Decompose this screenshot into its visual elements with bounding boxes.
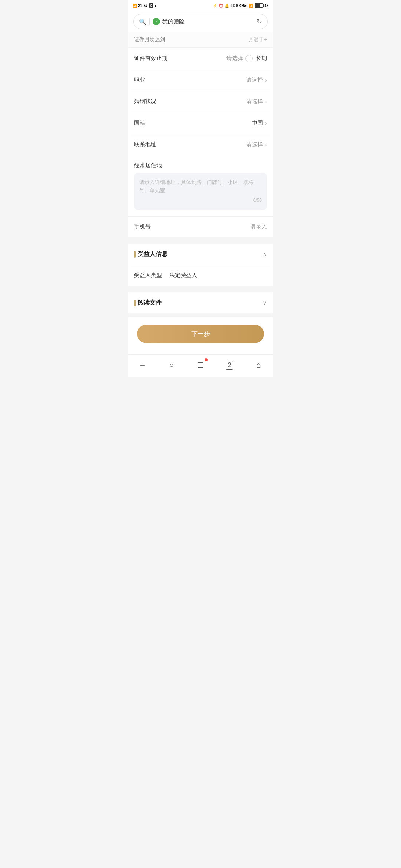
search-icon: 🔍 [139, 18, 146, 25]
menu-dot [205, 358, 208, 361]
mute-icon: 🔔 [225, 4, 229, 8]
nav-back[interactable]: ← [133, 359, 152, 371]
read-section: 阅读文件 ∨ [128, 289, 273, 313]
read-title: 阅读文件 [134, 299, 162, 307]
label-expiry-date: 证件有效止期 [134, 55, 167, 62]
longterm-label: 长期 [256, 55, 267, 62]
row-expiry-date[interactable]: 证件有效止期 请选择 长期 [128, 48, 273, 69]
k-icon: K [149, 3, 154, 8]
app-icon: ● [154, 4, 157, 8]
beneficiary-type-row: 受益人类型 法定受益人 [128, 265, 273, 286]
status-right: ⚡ ⏰ 🔔 23.9 KB/s 📶 48 [213, 3, 268, 8]
partial-value: 月迟于+ [248, 36, 267, 43]
status-bar: 📶 21:57 K ● ⚡ ⏰ 🔔 23.9 KB/s 📶 48 [128, 0, 273, 11]
battery-icon [255, 3, 263, 8]
read-header[interactable]: 阅读文件 ∨ [128, 289, 273, 313]
row-occupation[interactable]: 职业 请选择 › [128, 69, 273, 91]
search-nav-icon: ○ [169, 361, 174, 369]
label-phone: 手机号 [134, 223, 151, 230]
beneficiary-title: 受益人信息 [134, 250, 167, 258]
label-occupation: 职业 [134, 76, 145, 83]
value-expiry-date: 请选择 长期 [226, 55, 267, 62]
battery-level: 48 [264, 4, 268, 8]
refresh-icon[interactable]: ↻ [257, 17, 262, 26]
back-icon: ← [139, 361, 146, 369]
chevron-icon: › [265, 120, 267, 126]
longterm-checkbox[interactable] [245, 55, 253, 62]
value-marital: 请选择 › [246, 98, 267, 105]
row-phone[interactable]: 手机号 请录入 [128, 216, 273, 237]
value-phone: 请录入 [250, 223, 267, 230]
search-bar: 🔍 ✓ 我的赠险 ↻ [128, 11, 273, 32]
bene-type-label: 受益人类型 [134, 272, 162, 279]
checkbox-wrap: 长期 [245, 55, 267, 62]
button-area: 下一步 [128, 317, 273, 354]
label-nationality: 国籍 [134, 119, 145, 126]
signal-icon: 📶 [133, 4, 137, 8]
section-bar [134, 251, 136, 258]
nav-menu[interactable]: ☰ [191, 359, 210, 371]
verified-badge: ✓ [153, 18, 160, 25]
network-speed: 23.9 KB/s [231, 4, 247, 8]
label-contact-address: 联系地址 [134, 141, 156, 148]
bluetooth-icon: ⚡ [213, 4, 217, 8]
form-section-main: 证件有效止期 请选择 长期 职业 请选择 › 婚姻状况 请选择 › 国籍 中国 … [128, 48, 273, 237]
expand-icon[interactable]: ∨ [263, 299, 267, 306]
search-text: 我的赠险 [162, 18, 185, 25]
partial-label: 证件月次迟到 [134, 36, 165, 43]
tabs-icon: 2 [226, 361, 233, 370]
textarea-placeholder: 请录入详细地址，具体到路、门牌号、小区、楼栋号、单元室 [139, 178, 262, 195]
chevron-icon: › [265, 142, 267, 148]
collapse-icon[interactable]: ∧ [263, 251, 267, 258]
nav-search[interactable]: ○ [162, 359, 181, 371]
bottom-nav: ← ○ ☰ 2 ⌂ [128, 354, 273, 377]
bene-type-value: 法定受益人 [169, 272, 197, 279]
status-time: 21:57 [138, 4, 148, 8]
status-network: 📶 21:57 K ● [133, 3, 157, 8]
wifi-icon: 📶 [249, 4, 253, 8]
residence-section: 经常居住地 请录入详细地址，具体到路、门牌号、小区、楼栋号、单元室 0/50 [128, 155, 273, 216]
beneficiary-section: 受益人信息 ∧ 受益人类型 法定受益人 [128, 241, 273, 286]
alarm-icon: ⏰ [219, 4, 223, 8]
nav-home[interactable]: ⌂ [249, 359, 268, 371]
textarea-count: 0/50 [139, 198, 262, 203]
next-button[interactable]: 下一步 [137, 325, 264, 343]
label-marital: 婚姻状况 [134, 98, 156, 105]
beneficiary-header[interactable]: 受益人信息 ∧ [128, 241, 273, 265]
chevron-icon: › [265, 99, 267, 105]
section-bar [134, 300, 136, 306]
chevron-icon: › [265, 77, 267, 83]
value-contact-address: 请选择 › [246, 141, 267, 148]
value-occupation: 请选择 › [246, 76, 267, 83]
search-input-wrap[interactable]: 🔍 ✓ 我的赠险 ↻ [133, 14, 268, 29]
menu-icon: ☰ [197, 361, 204, 369]
partial-row: 证件月次迟到 月迟于+ [128, 32, 273, 48]
row-nationality[interactable]: 国籍 中国 › [128, 112, 273, 134]
address-textarea[interactable]: 请录入详细地址，具体到路、门牌号、小区、楼栋号、单元室 0/50 [134, 173, 267, 210]
value-nationality: 中国 › [252, 119, 267, 126]
home-icon: ⌂ [256, 360, 261, 370]
residence-label: 经常居住地 [134, 155, 267, 173]
search-divider [149, 18, 150, 25]
row-marital[interactable]: 婚姻状况 请选择 › [128, 91, 273, 112]
nav-tabs[interactable]: 2 [220, 359, 239, 371]
row-contact-address[interactable]: 联系地址 请选择 › [128, 134, 273, 155]
verified-content: ✓ 我的赠险 [153, 18, 254, 25]
